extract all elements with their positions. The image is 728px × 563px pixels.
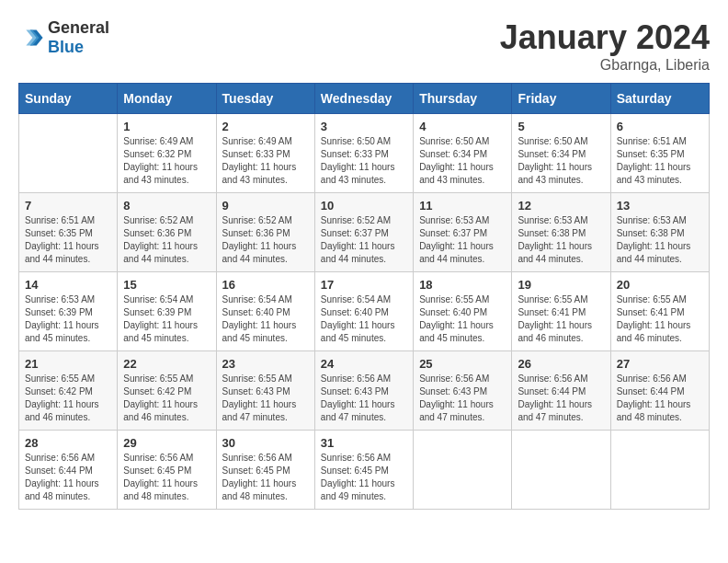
calendar-header-monday: Monday	[118, 84, 216, 114]
calendar-cell: 9Sunrise: 6:52 AM Sunset: 6:36 PM Daylig…	[216, 193, 314, 272]
day-number: 15	[123, 278, 210, 292]
day-number: 6	[617, 120, 703, 133]
day-info: Sunrise: 6:56 AM Sunset: 6:43 PM Dayligh…	[419, 373, 506, 424]
day-number: 5	[518, 120, 604, 133]
day-info: Sunrise: 6:56 AM Sunset: 6:43 PM Dayligh…	[321, 373, 407, 424]
day-info: Sunrise: 6:51 AM Sunset: 6:35 PM Dayligh…	[617, 135, 703, 187]
calendar-cell: 15Sunrise: 6:54 AM Sunset: 6:39 PM Dayli…	[118, 272, 216, 351]
day-number: 7	[25, 199, 111, 213]
calendar-header-tuesday: Tuesday	[216, 84, 314, 114]
calendar-cell: 20Sunrise: 6:55 AM Sunset: 6:41 PM Dayli…	[610, 272, 709, 351]
calendar-header-friday: Friday	[512, 84, 610, 114]
day-info: Sunrise: 6:53 AM Sunset: 6:37 PM Dayligh…	[419, 214, 506, 266]
calendar-cell: 7Sunrise: 6:51 AM Sunset: 6:35 PM Daylig…	[19, 193, 118, 272]
calendar-cell: 30Sunrise: 6:56 AM Sunset: 6:45 PM Dayli…	[216, 431, 314, 510]
day-number: 18	[419, 278, 506, 292]
calendar-week-3: 14Sunrise: 6:53 AM Sunset: 6:39 PM Dayli…	[19, 272, 710, 351]
calendar-cell: 5Sunrise: 6:50 AM Sunset: 6:34 PM Daylig…	[512, 114, 610, 193]
calendar-cell: 4Sunrise: 6:50 AM Sunset: 6:34 PM Daylig…	[414, 114, 512, 193]
day-number: 3	[321, 120, 407, 133]
calendar-header-row: SundayMondayTuesdayWednesdayThursdayFrid…	[19, 84, 710, 114]
day-info: Sunrise: 6:55 AM Sunset: 6:43 PM Dayligh…	[222, 373, 309, 424]
calendar-header-sunday: Sunday	[19, 84, 118, 114]
calendar-cell: 21Sunrise: 6:55 AM Sunset: 6:42 PM Dayli…	[19, 351, 118, 431]
day-number: 9	[222, 199, 309, 213]
day-info: Sunrise: 6:54 AM Sunset: 6:40 PM Dayligh…	[222, 293, 309, 345]
day-number: 26	[518, 357, 604, 371]
day-number: 12	[518, 199, 604, 213]
logo-icon	[18, 25, 44, 51]
day-info: Sunrise: 6:55 AM Sunset: 6:41 PM Dayligh…	[518, 293, 604, 345]
day-number: 23	[222, 357, 309, 371]
calendar-cell: 8Sunrise: 6:52 AM Sunset: 6:36 PM Daylig…	[118, 193, 216, 272]
day-number: 1	[123, 120, 210, 133]
day-info: Sunrise: 6:52 AM Sunset: 6:36 PM Dayligh…	[123, 214, 210, 266]
day-info: Sunrise: 6:53 AM Sunset: 6:38 PM Dayligh…	[617, 214, 703, 266]
day-number: 31	[321, 436, 407, 450]
calendar-cell: 3Sunrise: 6:50 AM Sunset: 6:33 PM Daylig…	[314, 114, 413, 193]
calendar-cell: 18Sunrise: 6:55 AM Sunset: 6:40 PM Dayli…	[414, 272, 512, 351]
day-info: Sunrise: 6:52 AM Sunset: 6:36 PM Dayligh…	[222, 214, 309, 266]
calendar-cell: 26Sunrise: 6:56 AM Sunset: 6:44 PM Dayli…	[512, 351, 610, 431]
calendar-table: SundayMondayTuesdayWednesdayThursdayFrid…	[18, 83, 710, 510]
calendar-cell: 12Sunrise: 6:53 AM Sunset: 6:38 PM Dayli…	[512, 193, 610, 272]
day-number: 10	[321, 199, 407, 213]
calendar-cell: 31Sunrise: 6:56 AM Sunset: 6:45 PM Dayli…	[314, 431, 413, 510]
day-info: Sunrise: 6:56 AM Sunset: 6:44 PM Dayligh…	[25, 452, 111, 503]
day-info: Sunrise: 6:51 AM Sunset: 6:35 PM Dayligh…	[25, 214, 111, 266]
day-info: Sunrise: 6:55 AM Sunset: 6:40 PM Dayligh…	[419, 293, 506, 345]
day-info: Sunrise: 6:55 AM Sunset: 6:41 PM Dayligh…	[617, 293, 703, 345]
day-info: Sunrise: 6:56 AM Sunset: 6:45 PM Dayligh…	[321, 452, 407, 503]
day-number: 13	[617, 199, 703, 213]
day-number: 16	[222, 278, 309, 292]
calendar-header-saturday: Saturday	[610, 84, 709, 114]
calendar-cell: 14Sunrise: 6:53 AM Sunset: 6:39 PM Dayli…	[19, 272, 118, 351]
calendar-week-5: 28Sunrise: 6:56 AM Sunset: 6:44 PM Dayli…	[19, 431, 710, 510]
calendar-cell: 11Sunrise: 6:53 AM Sunset: 6:37 PM Dayli…	[414, 193, 512, 272]
day-info: Sunrise: 6:53 AM Sunset: 6:39 PM Dayligh…	[25, 293, 111, 345]
day-info: Sunrise: 6:56 AM Sunset: 6:45 PM Dayligh…	[123, 452, 210, 503]
day-info: Sunrise: 6:50 AM Sunset: 6:34 PM Dayligh…	[518, 135, 604, 187]
logo: General Blue	[18, 18, 109, 57]
day-number: 2	[222, 120, 309, 133]
day-number: 27	[617, 357, 703, 371]
calendar-cell	[19, 114, 118, 193]
calendar-cell	[610, 431, 709, 510]
calendar-cell: 23Sunrise: 6:55 AM Sunset: 6:43 PM Dayli…	[216, 351, 314, 431]
day-number: 30	[222, 436, 309, 450]
logo-general: General	[48, 18, 109, 37]
day-info: Sunrise: 6:54 AM Sunset: 6:39 PM Dayligh…	[123, 293, 210, 345]
calendar-week-1: 1Sunrise: 6:49 AM Sunset: 6:32 PM Daylig…	[19, 114, 710, 193]
calendar-cell: 19Sunrise: 6:55 AM Sunset: 6:41 PM Dayli…	[512, 272, 610, 351]
page-header: General Blue January 2024 Gbarnga, Liber…	[18, 18, 710, 74]
day-number: 20	[617, 278, 703, 292]
day-number: 29	[123, 436, 210, 450]
day-number: 4	[419, 120, 506, 133]
title-area: January 2024 Gbarnga, Liberia	[500, 18, 710, 74]
day-info: Sunrise: 6:55 AM Sunset: 6:42 PM Dayligh…	[123, 373, 210, 424]
day-info: Sunrise: 6:52 AM Sunset: 6:37 PM Dayligh…	[321, 214, 407, 266]
day-info: Sunrise: 6:49 AM Sunset: 6:33 PM Dayligh…	[222, 135, 309, 187]
calendar-week-4: 21Sunrise: 6:55 AM Sunset: 6:42 PM Dayli…	[19, 351, 710, 431]
day-number: 24	[321, 357, 407, 371]
day-info: Sunrise: 6:55 AM Sunset: 6:42 PM Dayligh…	[25, 373, 111, 424]
calendar-cell: 2Sunrise: 6:49 AM Sunset: 6:33 PM Daylig…	[216, 114, 314, 193]
logo-blue: Blue	[48, 38, 84, 56]
calendar-cell	[414, 431, 512, 510]
day-info: Sunrise: 6:56 AM Sunset: 6:44 PM Dayligh…	[518, 373, 604, 424]
day-number: 11	[419, 199, 506, 213]
day-number: 22	[123, 357, 210, 371]
calendar-cell: 22Sunrise: 6:55 AM Sunset: 6:42 PM Dayli…	[118, 351, 216, 431]
day-info: Sunrise: 6:49 AM Sunset: 6:32 PM Dayligh…	[123, 135, 210, 187]
day-info: Sunrise: 6:50 AM Sunset: 6:34 PM Dayligh…	[419, 135, 506, 187]
day-number: 19	[518, 278, 604, 292]
day-info: Sunrise: 6:54 AM Sunset: 6:40 PM Dayligh…	[321, 293, 407, 345]
calendar-cell: 17Sunrise: 6:54 AM Sunset: 6:40 PM Dayli…	[314, 272, 413, 351]
day-info: Sunrise: 6:53 AM Sunset: 6:38 PM Dayligh…	[518, 214, 604, 266]
calendar-cell: 10Sunrise: 6:52 AM Sunset: 6:37 PM Dayli…	[314, 193, 413, 272]
calendar-header-wednesday: Wednesday	[314, 84, 413, 114]
day-number: 14	[25, 278, 111, 292]
day-number: 28	[25, 436, 111, 450]
day-number: 21	[25, 357, 111, 371]
calendar-cell: 27Sunrise: 6:56 AM Sunset: 6:44 PM Dayli…	[610, 351, 709, 431]
